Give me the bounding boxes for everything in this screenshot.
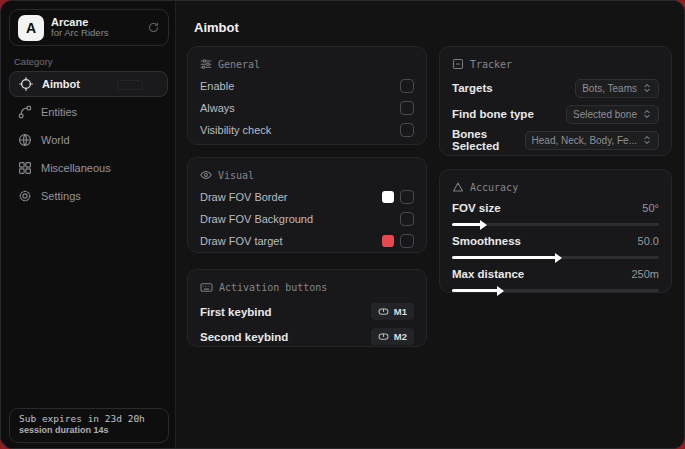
setting-row-fov-target: Draw FOV target	[200, 230, 414, 252]
max-distance-value: 250m	[631, 268, 659, 280]
section-accuracy-header: Accuracy	[452, 181, 659, 193]
eye-icon	[200, 169, 212, 181]
brand-logo: A	[18, 15, 44, 41]
section-title: Visual	[218, 170, 254, 181]
setting-label: Bones Selected	[452, 128, 525, 152]
section-general: General Enable Always Visibility check	[187, 46, 427, 145]
section-accuracy: Accuracy FOV size 50° Smoothness 50.0	[439, 169, 672, 293]
scan-icon	[452, 58, 464, 70]
chevrons-up-down-icon	[642, 83, 652, 93]
aimbot-hint-badge	[117, 80, 143, 90]
slider-fill[interactable]	[452, 256, 556, 259]
mouse-icon	[378, 331, 389, 342]
sidebar-item-label: World	[41, 134, 70, 146]
section-visual: Visual Draw FOV Border Draw FOV Backgrou…	[187, 157, 427, 253]
entities-icon	[18, 105, 32, 119]
sidebar-item-label: Settings	[41, 190, 81, 202]
section-tracker: Tracker Targets Bots, Teams Find	[439, 46, 672, 156]
sidebar-item-settings[interactable]: Settings	[9, 183, 168, 209]
targets-dropdown[interactable]: Bots, Teams	[575, 79, 659, 98]
session-duration-text: session duration 14s	[19, 425, 159, 435]
section-activation-header: Activation buttons	[200, 281, 414, 294]
setting-row-always: Always	[200, 97, 414, 119]
enable-checkbox[interactable]	[400, 79, 414, 93]
setting-label: Enable	[200, 80, 234, 92]
main-content: Aimbot General Enable A	[177, 1, 684, 448]
setting-row-find-bone-type: Find bone type Selected bone	[452, 101, 659, 127]
fov-border-checkbox[interactable]	[400, 190, 414, 204]
sidebar-item-miscellaneous[interactable]: Miscellaneous	[9, 155, 168, 181]
setting-label: Draw FOV target	[200, 235, 283, 247]
section-title: Tracker	[470, 59, 512, 70]
mouse-icon	[378, 306, 389, 317]
setting-label: Find bone type	[452, 108, 534, 120]
slider-fill[interactable]	[452, 289, 498, 292]
sidebar-item-label: Aimbot	[42, 78, 80, 90]
dropdown-value: Selected bone	[573, 109, 637, 120]
setting-row-bones-selected: Bones Selected Head, Neck, Body, Fe...	[452, 127, 659, 153]
sidebar-menu: Aimbot Entities World	[9, 71, 168, 211]
setting-row-fov-background: Draw FOV Background	[200, 208, 414, 230]
app-window: A Arcane for Arc Riders Category Aimbot	[0, 0, 685, 449]
setting-label: Max distance	[452, 268, 524, 280]
section-general-header: General	[200, 58, 414, 70]
setting-label: FOV size	[452, 202, 501, 214]
fov-target-color-swatch[interactable]	[382, 235, 394, 247]
triangle-icon	[452, 181, 464, 193]
sidebar-item-label: Miscellaneous	[41, 162, 111, 174]
setting-row-enable: Enable	[200, 75, 414, 97]
fov-border-color-swatch[interactable]	[382, 191, 394, 203]
find-bone-type-dropdown[interactable]: Selected bone	[566, 105, 659, 124]
setting-group-smoothness: Smoothness 50.0	[452, 233, 659, 259]
grid-icon	[18, 161, 32, 175]
setting-label: First keybind	[200, 306, 272, 318]
crosshair-icon	[19, 77, 33, 91]
slider-fill[interactable]	[452, 223, 481, 226]
setting-row-first-keybind: First keybind M1	[200, 299, 414, 324]
setting-row-visibility-check: Visibility check	[200, 119, 414, 141]
sidebar-item-aimbot[interactable]: Aimbot	[9, 71, 168, 97]
setting-label: Smoothness	[452, 235, 521, 247]
smoothness-slider[interactable]	[452, 256, 659, 259]
sub-expiry-text: Sub expires in 23d 20h	[19, 413, 159, 424]
sidebar-item-world[interactable]: World	[9, 127, 168, 153]
visibility-check-checkbox[interactable]	[400, 123, 414, 137]
setting-group-fov-size: FOV size 50°	[452, 200, 659, 226]
always-checkbox[interactable]	[400, 101, 414, 115]
sliders-icon	[200, 58, 212, 70]
section-activation-buttons: Activation buttons First keybind M1	[187, 269, 427, 347]
fov-target-checkbox[interactable]	[400, 234, 414, 248]
keybind-value: M2	[394, 331, 407, 342]
fov-size-slider[interactable]	[452, 223, 659, 226]
section-visual-header: Visual	[200, 169, 414, 181]
gear-icon	[18, 189, 32, 203]
section-tracker-header: Tracker	[452, 58, 659, 70]
fov-background-checkbox[interactable]	[400, 212, 414, 226]
setting-label: Visibility check	[200, 124, 271, 136]
cursor-pointer-icon	[0, 438, 12, 449]
setting-label: Draw FOV Border	[200, 191, 287, 203]
setting-label: Targets	[452, 82, 493, 94]
category-label: Category	[14, 56, 53, 67]
first-keybind-button[interactable]: M1	[371, 303, 414, 320]
max-distance-slider[interactable]	[452, 289, 659, 292]
page-title: Aimbot	[194, 20, 239, 35]
setting-group-max-distance: Max distance 250m	[452, 266, 659, 292]
dropdown-value: Bots, Teams	[582, 83, 637, 94]
chevrons-up-down-icon	[642, 135, 652, 145]
section-title: Activation buttons	[219, 282, 327, 293]
refresh-icon[interactable]	[147, 21, 160, 34]
setting-row-fov-border: Draw FOV Border	[200, 186, 414, 208]
setting-row-targets: Targets Bots, Teams	[452, 75, 659, 101]
second-keybind-button[interactable]: M2	[371, 328, 414, 345]
brand-subtitle: for Arc Riders	[51, 28, 140, 39]
setting-row-second-keybind: Second keybind M2	[200, 324, 414, 349]
section-title: Accuracy	[470, 182, 518, 193]
keyboard-icon	[200, 281, 213, 294]
setting-label: Draw FOV Background	[200, 213, 313, 225]
dropdown-value: Head, Neck, Body, Fe...	[532, 135, 637, 146]
brand-text: Arcane for Arc Riders	[51, 16, 140, 40]
fov-size-value: 50°	[642, 202, 659, 214]
bones-selected-dropdown[interactable]: Head, Neck, Body, Fe...	[525, 131, 659, 150]
sidebar-item-entities[interactable]: Entities	[9, 99, 168, 125]
